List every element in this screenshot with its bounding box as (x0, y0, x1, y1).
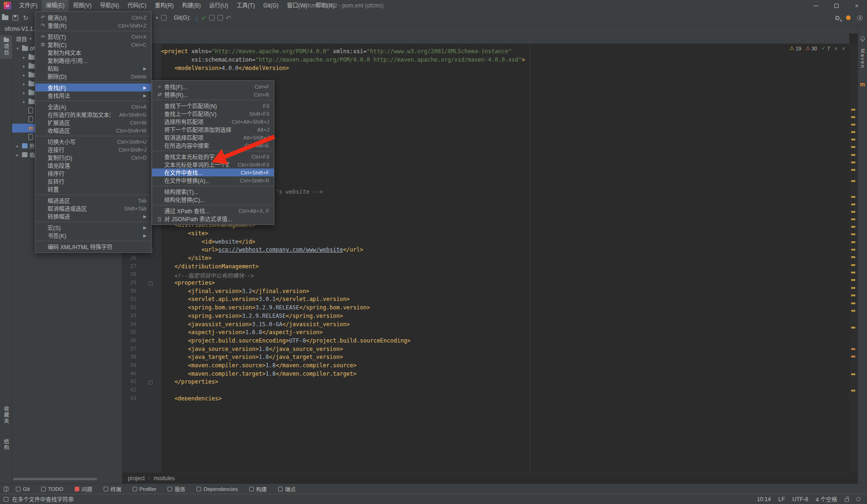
toolwindow-button-Profiler[interactable]: Profiler (133, 486, 156, 492)
tree-chevron-icon[interactable]: ▸ (21, 99, 27, 104)
menubar-item[interactable]: 工具(T) (232, 0, 259, 11)
code-line[interactable]: 24 <id>website</id> (122, 238, 849, 247)
code-line[interactable]: 41 </properties> (122, 378, 849, 387)
stripe-mark[interactable] (851, 180, 855, 182)
stripe-mark[interactable] (851, 327, 855, 329)
code-line[interactable]: 31 <servlet.api.version>3.0.1</servlet.a… (122, 296, 849, 304)
stripe-mark[interactable] (851, 348, 855, 350)
toolwindow-button-Dependencies[interactable]: Dependencies (196, 486, 238, 492)
vcs-rollback-button[interactable]: ↶ (226, 14, 231, 21)
menu-item[interactable]: 书签(K)▶ (35, 231, 151, 239)
menu-item[interactable]: ⇄替换(R)...Ctrl+R (152, 91, 274, 98)
code-line[interactable]: 26 </site> (122, 255, 849, 263)
code-line[interactable]: 27 </distributionManagement> (122, 263, 849, 272)
stripe-mark[interactable] (851, 139, 855, 140)
update-available-icon[interactable] (846, 15, 851, 20)
code-line[interactable]: 23 <site> (122, 230, 849, 238)
lock-icon[interactable] (845, 498, 849, 502)
menu-item[interactable]: 查找用法▶ (35, 91, 151, 99)
stripe-mark[interactable] (851, 196, 855, 198)
menu-item[interactable]: 在所选行的末尾添加文本光标Alt+Shift+G (35, 111, 151, 119)
menubar-item[interactable]: 编辑(E) (42, 0, 69, 11)
toolwindow-button-问题[interactable]: 问题 (75, 485, 92, 493)
stripe-mark[interactable] (851, 272, 855, 273)
toolwindow-button-端点[interactable]: 端点 (278, 485, 296, 493)
vcs-commit-button[interactable]: ✓ (201, 14, 206, 21)
menu-item[interactable]: 复制为纯文本 (35, 49, 151, 56)
vcs-diff-icon[interactable] (209, 15, 215, 21)
menu-item[interactable]: 查找下一个匹配项(N)F3 (152, 102, 274, 110)
menu-item[interactable]: ✂剪切(T)Ctrl+X (35, 33, 151, 41)
stripe-button-structure[interactable]: 结构 (0, 436, 12, 454)
code-line[interactable]: 35 <aspectj-version>1.6.8</aspectj-versi… (122, 329, 849, 337)
menu-item[interactable]: 收缩选区Ctrl+Shift+W (35, 126, 151, 134)
code-line[interactable]: 3 <modelVersion>4.0.0</modelVersion> (122, 65, 849, 73)
code-line[interactable]: 29 <properties> (122, 280, 849, 288)
stripe-maven-label[interactable]: Maven (860, 49, 866, 69)
menu-item[interactable]: 将下一个匹配项添加到选择Alt+J (152, 126, 274, 133)
menubar-item[interactable]: 文件(F) (15, 0, 42, 11)
stripe-mark[interactable] (851, 124, 855, 126)
menu-item[interactable]: ↶撤消(U)Ctrl+Z (35, 14, 151, 21)
maximize-button[interactable] (826, 0, 846, 11)
menu-item[interactable]: 结构化替换(C)... (152, 196, 274, 203)
stripe-mark[interactable] (851, 287, 855, 289)
menubar-item[interactable]: 运行(U) (205, 0, 232, 11)
stripe-mark[interactable] (851, 249, 855, 251)
tree-chevron-icon[interactable]: ▸ (15, 153, 20, 157)
menu-item[interactable]: 排序行 (35, 169, 151, 177)
inspections-widget[interactable]: ⚠19 ⚠30 ✓7 ∧ ∨ (790, 45, 845, 51)
stripe-mark[interactable] (851, 302, 855, 304)
menu-item[interactable]: 文本光标处单词的上一个匹...Ctrl+Shift+F3 (152, 161, 274, 168)
breadcrumb-modules[interactable]: modules (154, 475, 175, 482)
tool-window-switcher-icon[interactable] (4, 487, 8, 491)
sync-button[interactable]: ↻ (21, 13, 31, 22)
code-line[interactable]: 38 <java_target_version>1.8</java_target… (122, 354, 849, 362)
menu-item[interactable]: ⧉复制(C)Ctrl+C (35, 41, 151, 49)
stripe-mark[interactable] (851, 264, 855, 266)
bell-icon[interactable] (860, 36, 865, 40)
code-line[interactable]: 36 <project.build.sourceEncoding>UTF-8</… (122, 337, 849, 346)
menubar-item[interactable]: 代码(C) (123, 0, 151, 11)
stripe-mark[interactable] (851, 131, 855, 133)
error-stripe[interactable] (849, 44, 858, 472)
menu-item[interactable]: 在文件中替换(A)...Ctrl+Shift+R (152, 176, 274, 184)
menu-item[interactable]: 在文件中查找...Ctrl+Shift+F (152, 168, 274, 176)
caret-position[interactable]: 10:14 (757, 496, 771, 503)
open-button[interactable] (0, 13, 10, 22)
tree-chevron-icon[interactable]: ▸ (21, 55, 27, 60)
stripe-mark[interactable] (851, 390, 855, 392)
code-line[interactable]: 37 <java_source_version>1.8</java_source… (122, 346, 849, 354)
stripe-mark[interactable] (851, 294, 855, 296)
stripe-mark[interactable] (851, 146, 855, 148)
code-line[interactable]: 40 <maven.compiler.target>1.8</maven.com… (122, 371, 849, 379)
menu-item[interactable]: 连接行Ctrl+Shift+J (35, 146, 151, 154)
menu-item[interactable]: 全选(A)Ctrl+A (35, 103, 151, 111)
tree-chevron-icon[interactable]: ▸ (21, 82, 27, 86)
menubar-item[interactable]: 视图(V) (69, 0, 96, 11)
menu-item[interactable]: 编码 XML/HTML 特殊字符 (35, 243, 151, 251)
toolwindow-button-构建[interactable]: 构建 (249, 485, 267, 493)
maven-icon[interactable]: m (860, 81, 865, 88)
breadcrumb-project[interactable]: project (128, 475, 145, 482)
menu-item[interactable]: 转置 (35, 185, 151, 193)
stripe-mark[interactable] (851, 211, 855, 213)
menu-item[interactable]: 在所选内容中搜索Ctrl+Alt+E (152, 141, 274, 149)
save-button[interactable] (10, 13, 21, 22)
code-line[interactable]: 42 (122, 387, 849, 395)
stripe-mark[interactable] (851, 169, 855, 171)
menu-item[interactable]: 切换大小写Ctrl+Shift+U (35, 138, 151, 146)
menu-item[interactable]: 通过 XPath 查找...Ctrl+Alt+X, F (152, 207, 274, 215)
code-line[interactable]: 25 <url>scp://webhost.company.com/www/we… (122, 246, 849, 255)
menubar-item[interactable]: 重构(R) (151, 0, 178, 11)
tree-chevron-icon[interactable]: ▸ (21, 73, 27, 77)
tree-chevron-icon[interactable]: ▾ (15, 46, 20, 51)
toolwindow-button-Git[interactable]: Git (16, 486, 30, 492)
menu-item[interactable]: 查找上一个匹配项(V)Shift+F3 (152, 110, 274, 118)
toolwindow-button-终端[interactable]: 终端 (104, 485, 121, 493)
menu-item[interactable]: 查找(F)▶ (35, 84, 151, 91)
menu-item[interactable]: 复制行(D)Ctrl+D (35, 154, 151, 161)
code-line[interactable]: 34 <javassist_version>3.15.0-GA</javassi… (122, 321, 849, 329)
menu-item[interactable]: 查找文本光标处的字Ctrl+F3 (152, 153, 274, 161)
stripe-mark[interactable] (851, 241, 855, 243)
